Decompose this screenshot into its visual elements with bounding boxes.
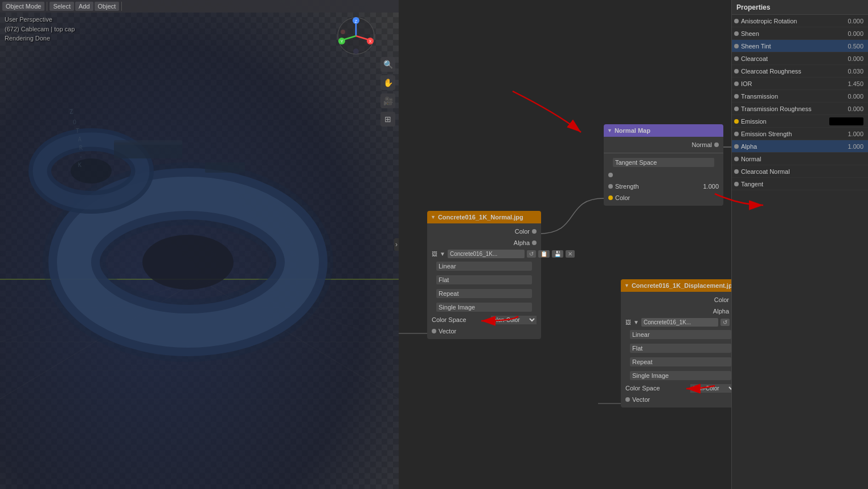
cn-reload-btn[interactable]: ↺ [527, 250, 536, 258]
prop-clearcoat-roughness[interactable]: Clearcoat Roughness 0.030 [732, 65, 868, 78]
normal-map-output-normal: Normal [604, 139, 723, 150]
node-editor[interactable]: ▼ Normal Map Normal Tangent Space [399, 0, 868, 489]
cn-filename-input[interactable] [448, 250, 525, 258]
tangent-space-select[interactable]: Tangent Space [613, 158, 714, 167]
cn-save-btn[interactable]: 💾 [552, 250, 563, 258]
svg-point-37 [341, 30, 345, 34]
prop-transmission[interactable]: Transmission 0.000 [732, 90, 868, 103]
alpha-value: 1.000 [841, 143, 863, 150]
cn-colorspace-row[interactable]: Color Space Non-Color [427, 314, 541, 325]
svg-text:Y: Y [341, 39, 343, 43]
cn-copy-btn[interactable]: 📋 [538, 250, 550, 258]
cd-extension-select[interactable]: Repeat [630, 357, 731, 366]
concrete-normal-node[interactable]: ▼ Concrete016_1K_Normal.jpg Color Alpha … [427, 211, 541, 339]
clearcoat-label: Clearcoat [741, 55, 841, 62]
normal-map-title: Normal Map [615, 127, 650, 134]
cn-extension-select[interactable]: Repeat [436, 289, 532, 298]
cn-projection-select[interactable]: Flat [436, 275, 532, 284]
cd-source-row[interactable]: Single Image [621, 369, 740, 382]
prop-clearcoat[interactable]: Clearcoat 0.000 [732, 52, 868, 65]
sheen-socket [734, 31, 739, 36]
svg-rect-18 [205, 162, 245, 173]
trans-rough-label: Transmission Roughness [741, 105, 841, 112]
emission-socket [734, 119, 739, 124]
viewport-gizmo[interactable]: Z X Y [336, 16, 376, 56]
viewport-add-menu[interactable]: Add [75, 2, 93, 11]
viewport-select-menu[interactable]: Select [50, 2, 74, 11]
panel-collapse-arrow[interactable]: › [394, 238, 399, 251]
prop-transmission-roughness[interactable]: Transmission Roughness 0.000 [732, 103, 868, 115]
viewport-object-menu[interactable]: Object [95, 2, 120, 11]
cd-filename-input[interactable] [641, 318, 718, 327]
sheen-tint-label: Sheen Tint [741, 43, 841, 50]
cn-close-btn[interactable]: ✕ [566, 250, 575, 258]
cd-interpolation-row[interactable]: Linear [621, 328, 740, 341]
cd-projection-select[interactable]: Flat [630, 344, 731, 353]
prop-ior[interactable]: IOR 1.450 [732, 78, 868, 90]
prop-anisotropic-rotation[interactable]: Anisotropic Rotation 0.000 [732, 15, 868, 27]
prop-alpha[interactable]: Alpha 1.000 [732, 140, 868, 153]
normal-map-node-body: Normal Tangent Space Strength 1.000 [604, 137, 723, 206]
sheen-tint-socket [734, 44, 739, 48]
object-mode-button[interactable]: Object Mode [2, 2, 44, 11]
render-status: Rendering Done [5, 34, 75, 43]
concrete-displacement-node[interactable]: ▼ Concrete016_1K_Displacement.jpg Color … [621, 279, 740, 408]
cd-vector-row: Vector [621, 394, 740, 405]
scene-3d-art: Z O T A R - K [0, 0, 399, 489]
cd-source-select[interactable]: Single Image [630, 371, 731, 380]
cc-normal-socket [734, 169, 739, 174]
grid-tool[interactable]: ⊞ [380, 112, 395, 127]
cn-interpolation-row[interactable]: Linear [427, 259, 541, 273]
svg-point-36 [353, 48, 359, 54]
concrete-disp-collapse[interactable]: ▼ [624, 283, 629, 288]
node-collapse-btn[interactable]: ▼ [607, 128, 612, 133]
normal-map-node[interactable]: ▼ Normal Map Normal Tangent Space [604, 124, 723, 206]
cn-colorspace-select[interactable]: Non-Color [491, 316, 537, 324]
cn-interpolation-select[interactable]: Linear [436, 262, 532, 271]
prop-sheen-tint[interactable]: Sheen Tint 0.500 [732, 40, 868, 52]
prop-emission-strength[interactable]: Emission Strength 1.000 [732, 128, 868, 140]
cd-reload-btn[interactable]: ↺ [720, 319, 730, 326]
prop-normal[interactable]: Normal [732, 153, 868, 165]
cn-filename-row[interactable]: 🖼 ▼ ↺ 📋 💾 ✕ [432, 250, 537, 258]
prop-sheen[interactable]: Sheen 0.000 [732, 27, 868, 40]
emission-color-swatch[interactable] [829, 117, 863, 125]
cd-alpha-output: Alpha [621, 305, 740, 317]
concrete-disp-title: Concrete016_1K_Displacement.jpg [632, 282, 736, 289]
normal-socket [734, 157, 739, 161]
cd-colorspace-select[interactable]: Non-Color [690, 384, 736, 393]
properties-header: Properties [732, 0, 868, 15]
cd-interpolation-select[interactable]: Linear [630, 330, 731, 339]
strength-row[interactable]: Strength 1.000 [604, 181, 723, 192]
viewport-right-tools[interactable]: 🔍 ✋ 🎥 ⊞ [380, 57, 395, 127]
zoom-tool[interactable]: 🔍 [380, 57, 395, 72]
svg-text:T: T [76, 128, 79, 134]
svg-point-12 [142, 235, 234, 290]
cn-projection-row[interactable]: Flat [427, 273, 541, 287]
cd-filename-row[interactable]: 🖼 ▼ ↺ 📋 💾 ✕ [625, 318, 736, 327]
prop-emission[interactable]: Emission [732, 115, 868, 128]
cn-extension-row[interactable]: Repeat [427, 287, 541, 300]
concrete-normal-collapse[interactable]: ▼ [431, 214, 436, 220]
cn-source-row[interactable]: Single Image [427, 300, 541, 314]
cd-colorspace-row[interactable]: Color Space Non-Color [621, 382, 740, 394]
concrete-disp-header[interactable]: ▼ Concrete016_1K_Displacement.jpg [621, 279, 740, 292]
camera-tool[interactable]: 🎥 [380, 93, 395, 108]
prop-clearcoat-normal[interactable]: Clearcoat Normal [732, 165, 868, 178]
cn-img-icon: 🖼 [432, 251, 437, 257]
prop-tangent[interactable]: Tangent [732, 178, 868, 190]
cn-source-select[interactable]: Single Image [436, 303, 532, 312]
strength-label: Strength [615, 183, 701, 190]
trans-rough-socket [734, 107, 739, 111]
cd-projection-row[interactable]: Flat [621, 341, 740, 355]
tangent-space-row[interactable]: Tangent Space [604, 156, 723, 169]
aniso-rot-label: Anisotropic Rotation [741, 18, 841, 25]
viewport-3d[interactable]: Z O T A R - K Object Mode Select Add Obj… [0, 0, 399, 489]
viewport-toolbar[interactable]: Object Mode Select Add Object [0, 0, 399, 13]
normal-map-node-header[interactable]: ▼ Normal Map [604, 124, 723, 137]
cd-extension-row[interactable]: Repeat [621, 355, 740, 369]
normal-output-label: Normal [608, 141, 712, 148]
concrete-normal-header[interactable]: ▼ Concrete016_1K_Normal.jpg [427, 211, 541, 223]
tangent-label: Tangent [741, 181, 863, 188]
hand-tool[interactable]: ✋ [380, 75, 395, 90]
